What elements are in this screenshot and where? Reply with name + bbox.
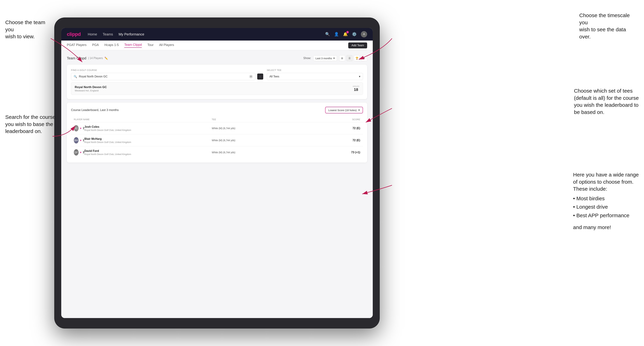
course-result: Royal North Devon GC Westward Ho!, Engla… bbox=[71, 82, 363, 95]
annotation-bottom-right: Here you have a wide range of options to… bbox=[573, 171, 639, 231]
filter-row: Find a Golf Course 🔍 ✕ ☆ Select Tee bbox=[71, 69, 363, 80]
team-title: Team Clippd | 14 Players ✏️ bbox=[67, 56, 108, 60]
nav-links: Home Teams My Performance bbox=[88, 32, 144, 36]
player-avatar-3: DF bbox=[74, 149, 78, 156]
player-name-3: David Ford bbox=[84, 149, 212, 153]
player-tee-3: White (M) (6,744 yds) bbox=[212, 151, 339, 154]
view-icons: ⊞ ☰ 🏆 ⬇ bbox=[339, 55, 367, 61]
sub-nav-team-clippd[interactable]: Team Clippd bbox=[124, 43, 142, 48]
option-drive: Longest drive bbox=[573, 203, 639, 211]
player-rank-3: DF ♥ 3 bbox=[74, 149, 84, 156]
score-type-dropdown[interactable]: Lowest Score (18 holes) ▾ bbox=[325, 107, 363, 113]
options-list: Most birdies Longest drive Best APP perf… bbox=[573, 194, 639, 220]
tablet-screen: clippd Home Teams My Performance 🔍 👤 🔔 1… bbox=[61, 28, 373, 318]
annotation-mid-right: Choose which set of tees (default is all… bbox=[574, 87, 639, 116]
course-search-input[interactable] bbox=[79, 75, 248, 78]
team-header: Team Clippd | 14 Players ✏️ Show: Last 3… bbox=[67, 55, 367, 61]
leaderboard-table-header: PLAYER NAME TEE SCORE bbox=[71, 117, 363, 122]
people-icon[interactable]: 👤 bbox=[334, 32, 339, 36]
download-icon[interactable]: ⬇ bbox=[361, 55, 367, 61]
player-tee-2: White (M) (6,744 yds) bbox=[212, 139, 339, 142]
favorite-button[interactable]: ☆ bbox=[257, 73, 264, 80]
player-name-1: Josh Coles bbox=[84, 125, 212, 128]
sub-nav-hcaps[interactable]: Hcaps 1-5 bbox=[104, 43, 119, 47]
table-row: BM ♥ 1 Blair McHarg Royal North Devon Go… bbox=[71, 134, 363, 147]
nav-teams[interactable]: Teams bbox=[103, 32, 113, 36]
sub-nav-pgat[interactable]: PGAT Players bbox=[67, 43, 86, 47]
player-tee-1: White (M) (6,744 yds) bbox=[212, 127, 339, 130]
option-app: Best APP performance bbox=[573, 211, 639, 220]
course-name: Royal North Devon GC bbox=[75, 85, 107, 89]
course-search-box: 🔍 ✕ bbox=[71, 73, 255, 80]
col-score: SCORE bbox=[339, 118, 360, 121]
nav-icons: 🔍 👤 🔔 1 ⚙️ A bbox=[325, 31, 367, 37]
nav-bar: clippd Home Teams My Performance 🔍 👤 🔔 1… bbox=[61, 28, 373, 40]
filter-card: Find a Golf Course 🔍 ✕ ☆ Select Tee bbox=[67, 65, 367, 99]
rank-number-2: 1 bbox=[83, 139, 84, 142]
player-club-2: Royal North Devon Golf Club, United King… bbox=[84, 141, 212, 144]
leaderboard-title: Course Leaderboard, Last 3 months bbox=[71, 108, 119, 112]
player-name-2: Blair McHarg bbox=[84, 137, 212, 141]
team-count: | 14 Players bbox=[88, 57, 103, 60]
score-chevron-icon: ▾ bbox=[358, 109, 360, 112]
select-tee-label: Select Tee bbox=[267, 69, 363, 71]
edit-icon[interactable]: ✏️ bbox=[104, 57, 108, 60]
player-club-1: Royal North Devon Golf Club, United King… bbox=[84, 129, 212, 131]
clear-search-button[interactable]: ✕ bbox=[249, 75, 253, 78]
notification-icon[interactable]: 🔔 1 bbox=[343, 32, 348, 36]
search-icon[interactable]: 🔍 bbox=[325, 32, 330, 36]
find-course-label: Find a Golf Course bbox=[71, 69, 264, 71]
holes-box: Holes 18 bbox=[353, 85, 359, 92]
holes-number: 18 bbox=[353, 87, 359, 92]
search-input-wrap: Find a Golf Course 🔍 ✕ ☆ bbox=[71, 69, 264, 80]
col-tee: TEE bbox=[212, 118, 339, 121]
tee-chevron-icon: ▾ bbox=[359, 75, 360, 78]
nav-home[interactable]: Home bbox=[88, 32, 97, 36]
table-row: JC ♥ 1 Josh Coles Royal North Devon Golf… bbox=[71, 122, 363, 134]
annotation-top-right: Choose the timescale you wish to see the… bbox=[579, 12, 639, 40]
annotation-top-left: Choose the team you wish to view. bbox=[5, 19, 54, 40]
show-label: Show: bbox=[303, 57, 311, 60]
course-location: Westward Ho!, England bbox=[75, 89, 107, 92]
holes-label: Holes bbox=[353, 85, 359, 87]
search-inner-icon: 🔍 bbox=[74, 75, 77, 78]
tee-select-wrap: Select Tee All Tees ▾ bbox=[267, 69, 363, 80]
sub-nav-all-players[interactable]: All Players bbox=[159, 43, 174, 47]
tee-value: All Tees bbox=[270, 75, 279, 78]
add-team-button[interactable]: Add Team bbox=[348, 42, 367, 48]
trophy-icon[interactable]: 🏆 bbox=[354, 55, 360, 61]
grid-view-button[interactable]: ⊞ bbox=[339, 55, 345, 61]
heart-icon-3[interactable]: ♥ bbox=[80, 151, 82, 154]
sub-nav-pga[interactable]: PGA bbox=[92, 43, 99, 47]
player-score-3: 73 (+1) bbox=[339, 151, 360, 154]
heart-icon-1[interactable]: ♥ bbox=[80, 127, 82, 130]
player-details-2: Blair McHarg Royal North Devon Golf Club… bbox=[84, 137, 212, 144]
settings-icon[interactable]: ⚙️ bbox=[352, 32, 357, 36]
show-controls: Show: Last 3 months ▾ ⊞ ☰ 🏆 ⬇ bbox=[303, 55, 367, 61]
sub-nav-tour[interactable]: Tour bbox=[147, 43, 154, 47]
list-view-button[interactable]: ☰ bbox=[346, 55, 352, 61]
player-details-3: David Ford Royal North Devon Golf Club, … bbox=[84, 149, 212, 156]
player-score-2: 72 (E) bbox=[339, 139, 360, 142]
course-info: Royal North Devon GC Westward Ho!, Engla… bbox=[75, 85, 107, 92]
player-club-3: Royal North Devon Golf Club, United King… bbox=[84, 153, 212, 156]
rank-number-1: 1 bbox=[83, 127, 84, 130]
heart-icon-2[interactable]: ♥ bbox=[80, 139, 82, 142]
tee-dropdown[interactable]: All Tees ▾ bbox=[267, 73, 363, 80]
player-avatar-1: JC bbox=[74, 125, 78, 131]
and-more-text: and many more! bbox=[573, 224, 639, 231]
main-content: Team Clippd | 14 Players ✏️ Show: Last 3… bbox=[61, 50, 373, 318]
leaderboard-header: Course Leaderboard, Last 3 months Lowest… bbox=[71, 107, 363, 113]
score-option-label: Lowest Score (18 holes) bbox=[328, 109, 357, 112]
player-rank-1: JC ♥ 1 bbox=[74, 125, 84, 131]
leaderboard-card: Course Leaderboard, Last 3 months Lowest… bbox=[67, 103, 367, 163]
player-details-1: Josh Coles Royal North Devon Golf Club, … bbox=[84, 125, 212, 131]
player-avatar-2: BM bbox=[74, 137, 78, 144]
table-row: DF ♥ 3 David Ford Royal North Devon Golf… bbox=[71, 147, 363, 158]
nav-my-performance[interactable]: My Performance bbox=[119, 32, 144, 36]
user-avatar[interactable]: A bbox=[361, 31, 367, 37]
time-filter-dropdown[interactable]: Last 3 months ▾ bbox=[313, 55, 337, 61]
chevron-down-icon: ▾ bbox=[334, 57, 335, 60]
app-logo: clippd bbox=[67, 31, 81, 37]
notification-badge: 1 bbox=[346, 31, 349, 33]
